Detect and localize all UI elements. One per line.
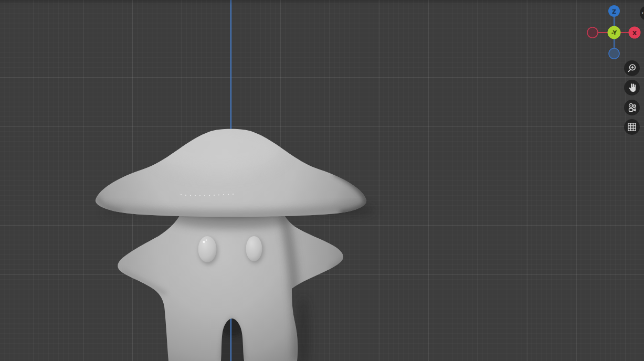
- right-eye: [246, 236, 262, 261]
- grid-toggle-button[interactable]: [624, 119, 640, 135]
- hand-icon: [627, 82, 637, 93]
- chevron-left-icon: ‹: [641, 10, 643, 16]
- move-view-button[interactable]: [624, 80, 640, 95]
- navigation-gizmo[interactable]: Z X -Y: [585, 3, 644, 62]
- mushroom-cap[interactable]: [96, 123, 366, 217]
- camera-view-button[interactable]: [624, 100, 640, 115]
- left-eye-highlight: [203, 241, 205, 243]
- gizmo-label-neg-y: -Y: [611, 29, 617, 36]
- gizmo-label-x: X: [632, 30, 637, 37]
- magnifier-plus-icon: [627, 63, 637, 73]
- gizmo-label-z: Z: [612, 8, 616, 15]
- gizmo-axis-x-negative[interactable]: [587, 27, 598, 38]
- grid-icon: [627, 122, 637, 132]
- gizmo-axis-z-negative[interactable]: [609, 48, 619, 59]
- camera-icon: [627, 102, 638, 113]
- left-eye: [198, 236, 217, 262]
- zoom-button[interactable]: [624, 60, 640, 76]
- mushroom-model[interactable]: [0, 0, 644, 361]
- 3d-viewport[interactable]: Z X -Y: [0, 0, 644, 361]
